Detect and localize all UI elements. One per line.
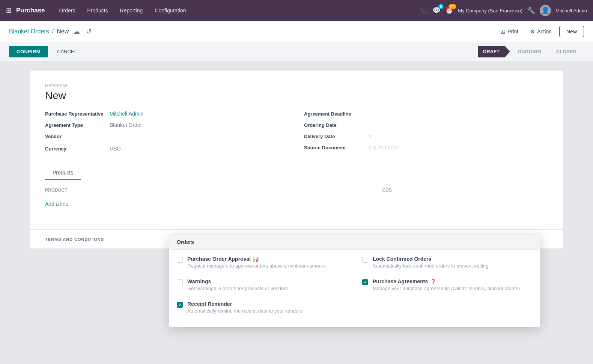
lock-confirmed-orders-desc: Automatically lock confirmed orders to p… [373, 263, 489, 269]
purchase-agreements-desc: Manage your purchase agreements (call fo… [373, 285, 520, 292]
purchase-agreements-help-icon[interactable]: ❓ [430, 279, 436, 284]
navbar: ⊞ Purchase Orders Products Reporting Con… [0, 0, 593, 21]
navbar-right: 📞 💬 8 ⏰ 44 My Company (San Francisco) 🔧 … [420, 5, 587, 16]
tab-products[interactable]: Products [45, 166, 81, 180]
form-row-ordering-date: Ordering Date [304, 122, 548, 128]
placeholder-col2 [362, 301, 533, 314]
warnings-desc: Get warnings in orders for products or v… [187, 285, 288, 292]
status-bar: DRAFT ONGOING CLOSED [478, 46, 584, 57]
print-button[interactable]: 🖨 Print [496, 26, 523, 37]
tabs-section: Products Product Cus Add a line [45, 166, 548, 217]
col-cus-header: Cus [382, 188, 548, 193]
main-content: Reference New Purchase Representative Mi… [0, 62, 593, 364]
cancel-button[interactable]: CANCEL [51, 46, 83, 57]
table-header: Product Cus [45, 186, 548, 196]
purchase-order-approval-text: Purchase Order Approval 📊 Request manage… [187, 256, 326, 269]
currency-value[interactable]: USD [110, 146, 121, 152]
source-doc-label: Source Document [304, 145, 364, 150]
purchase-order-approval-checkbox[interactable] [177, 257, 183, 263]
phone-icon[interactable]: 📞 [420, 6, 428, 15]
lock-confirmed-orders-text: Lock Confirmed Orders Automatically lock… [373, 256, 489, 269]
purchase-order-approval-icon: 📊 [253, 256, 259, 262]
breadcrumb-separator: / [52, 28, 54, 35]
setting-lock-confirmed-orders: Lock Confirmed Orders Automatically lock… [362, 256, 533, 269]
source-doc-placeholder[interactable]: e.g. PO0025 [369, 144, 398, 150]
vendor-value[interactable] [110, 133, 155, 140]
breadcrumb-parent[interactable]: Blanket Orders [9, 28, 49, 35]
purchase-agreements-text: Purchase Agreements ❓ Manage your purcha… [373, 278, 520, 292]
add-line-button[interactable]: Add a line [45, 196, 548, 211]
form-card: Reference New Purchase Representative Mi… [30, 71, 563, 229]
alerts-badge: 44 [449, 4, 456, 9]
form-row-source-doc: Source Document e.g. PO0025 [304, 144, 548, 150]
breadcrumb-bar: Blanket Orders / New ☁ ↺ 🖨 Print ⚙ Actio… [0, 21, 593, 42]
print-icon: 🖨 [500, 29, 506, 35]
delivery-date-label: Delivery Date [304, 134, 364, 139]
grid-icon[interactable]: ⊞ [6, 6, 12, 15]
save-cloud-icon[interactable]: ☁ [72, 26, 81, 37]
status-ongoing[interactable]: ONGOING [510, 46, 549, 57]
breadcrumb: Blanket Orders / New ☁ ↺ [9, 26, 496, 37]
receipt-reminder-text: Receipt Reminder Automatically remind th… [187, 301, 303, 314]
receipt-reminder-desc: Automatically remind the receipt date to… [187, 308, 303, 314]
action-label: Action [537, 29, 552, 35]
receipt-reminder-checkbox[interactable] [177, 302, 183, 308]
form-right: Agreement Deadline Ordering Date Deliver… [304, 111, 548, 157]
warnings-checkbox[interactable] [177, 279, 183, 285]
delivery-date-help-icon[interactable]: ? [369, 134, 371, 139]
wrench-icon[interactable]: 🔧 [527, 6, 535, 15]
nav-orders[interactable]: Orders [54, 5, 81, 16]
setting-purchase-order-approval: Purchase Order Approval 📊 Request manage… [177, 256, 347, 269]
new-button[interactable]: New [559, 26, 584, 37]
setting-warnings: Warnings Get warnings in orders for prod… [177, 278, 347, 292]
receipt-reminder-title: Receipt Reminder [187, 301, 303, 307]
agreement-type-value[interactable]: Blanket Order [110, 122, 142, 128]
lock-confirmed-orders-title: Lock Confirmed Orders [373, 256, 489, 262]
avatar[interactable]: 👤 [540, 5, 551, 16]
agreement-deadline-label: Agreement Deadline [304, 111, 364, 117]
form-row-purchase-rep: Purchase Representative Mitchell Admin [45, 111, 289, 117]
agreement-type-label: Agreement Type [45, 122, 105, 128]
confirm-button[interactable]: CONFIRM [9, 46, 48, 57]
purchase-order-approval-label: Purchase Order Approval [187, 256, 251, 262]
user-name: Mitchell Admin [555, 8, 587, 14]
clock-icon[interactable]: ⏰ 44 [445, 6, 453, 15]
warnings-title: Warnings [187, 278, 288, 284]
action-bar: CONFIRM CANCEL DRAFT ONGOING CLOSED [0, 42, 593, 62]
breadcrumb-current: New [57, 28, 69, 35]
status-closed[interactable]: CLOSED [549, 46, 584, 57]
action-button[interactable]: ⚙ Action [526, 26, 556, 37]
ordering-date-value[interactable] [369, 122, 414, 128]
purchase-order-approval-title: Purchase Order Approval 📊 [187, 256, 326, 262]
form-grid: Purchase Representative Mitchell Admin A… [45, 111, 548, 157]
lock-confirmed-orders-checkbox[interactable] [362, 257, 368, 263]
purchase-order-approval-desc: Request managers to approve orders above… [187, 263, 326, 269]
setting-receipt-reminder: Receipt Reminder Automatically remind th… [177, 301, 347, 314]
chat-badge: 8 [438, 4, 444, 9]
dropdown-header: Orders [169, 235, 540, 250]
nav-products[interactable]: Products [82, 5, 113, 16]
page-wrapper: Reference New Purchase Representative Mi… [30, 71, 563, 248]
dropdown-body: Purchase Order Approval 📊 Request manage… [169, 250, 540, 321]
terms-label: TERMS AND CONDITIONS [45, 237, 104, 242]
chat-icon[interactable]: 💬 8 [432, 6, 441, 15]
nav-reporting[interactable]: Reporting [115, 5, 148, 16]
status-draft[interactable]: DRAFT [478, 46, 510, 57]
form-row-agreement-type: Agreement Type Blanket Order [45, 122, 289, 128]
purchase-rep-label: Purchase Representative [45, 111, 105, 117]
navbar-menu: Orders Products Reporting Configuration [54, 5, 417, 16]
vendor-label: Vendor [45, 134, 105, 139]
form-row-agreement-deadline: Agreement Deadline [304, 111, 548, 117]
orders-dropdown-panel: Orders Purchase Order Approval 📊 Request… [169, 234, 540, 327]
delivery-date-value[interactable] [376, 133, 421, 139]
navbar-brand: Purchase [16, 7, 45, 14]
purchase-rep-value[interactable]: Mitchell Admin [110, 111, 143, 117]
agreement-deadline-value[interactable] [369, 111, 414, 117]
tab-content-products: Product Cus Add a line [45, 180, 548, 217]
print-label: Print [507, 29, 518, 35]
col-product-header: Product [45, 188, 376, 193]
discard-icon[interactable]: ↺ [84, 26, 93, 37]
nav-configuration[interactable]: Configuration [149, 5, 191, 16]
purchase-agreements-checkbox[interactable] [362, 279, 368, 285]
form-row-currency: Currency USD [45, 146, 289, 152]
